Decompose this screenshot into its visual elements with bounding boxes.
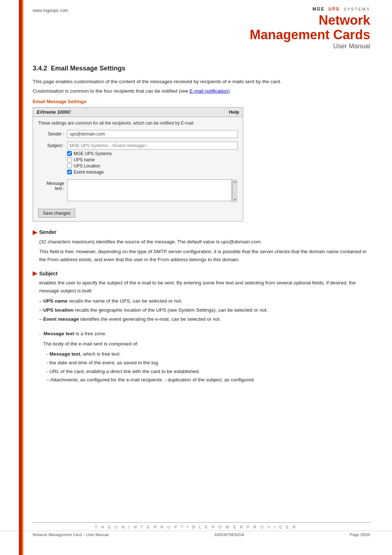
checkbox-evt-label: Event message [74,170,104,175]
subject-item-upslocation: – UPS location recalls the geographic lo… [39,306,370,315]
message-text-input[interactable] [67,179,232,201]
message-text-wrapper: ▲ ▼ [67,179,238,202]
scrollbar[interactable]: ▲ ▼ [232,179,238,202]
subject-input[interactable] [67,142,238,150]
intro-line1: This page enables customisation of the c… [33,78,370,85]
brand-name: MGE UPS SYSTEMS [250,7,370,12]
device-name: EXtreme 1000C [37,109,71,115]
help-link[interactable]: Help [229,109,239,115]
sender-desc-heading: ▶ Sender [33,229,370,236]
left-red-bar [19,0,22,555]
footer-right: Page 28/69 [350,532,370,537]
scroll-down-arrow[interactable]: ▼ [233,198,237,202]
subject-item-eventmessage: – Event message identifies the event gen… [39,315,370,324]
sender-field [67,130,238,138]
footer-center: 34003676EN/GA [214,532,244,537]
sender-input[interactable] [67,130,238,138]
subtitle: User Manual [250,42,370,50]
message-text-label: Message text : [38,179,67,191]
main-title: Network Management Cards [250,13,370,42]
footer-left: Network Management Card – User Manual [33,532,109,537]
checkbox-loc-row: UPS Location [67,163,238,169]
message-text-row: Message text : ▲ ▼ [38,179,238,202]
subject-desc-list: – UPS name recalls the name of the UPS, … [33,297,370,324]
footer: T H E U N I N T E R R U P T I B L E P O … [0,522,392,540]
subject-desc-para1: enables the user to specify the subject … [33,279,370,295]
brand-block: MGE UPS SYSTEMS Network Management Cards… [250,7,370,50]
footer-tagline: T H E U N I N T E R R U P T I B L E P O … [0,523,392,531]
ui-box-header: EXtreme 1000C Help [33,108,243,117]
section-title: Email Message Settings [51,65,125,72]
message-text-intro: - Message text is a free zone. [39,330,370,338]
website-label: www.mgeups.com [33,8,68,13]
email-settings-box: EXtreme 1000C Help These settings are co… [33,107,243,222]
checkbox-mge[interactable] [67,151,72,156]
subject-item-upsname: – UPS name recalls the name of the UPS, … [39,297,370,305]
left-orange-bar [22,0,23,555]
settings-label: Email Message Settings [33,99,370,104]
checkbox-loc-label: UPS Location [74,163,100,169]
section-heading: 3.4.2 Email Message Settings [33,65,370,72]
checkbox-ups-row: UPS name [67,157,238,162]
message-item-datetime: - the date and time of the event, as sav… [46,359,370,367]
subject-field: MGE UPS Systems UPS name UPS Location [67,142,238,176]
email-notification-link[interactable]: E-mail notification [189,88,228,94]
checkbox-evt[interactable] [67,170,72,174]
sender-label: Sender : [38,130,67,137]
sender-desc-para1: (32 characters maximum) identifies the s… [33,238,370,246]
message-text-desc-section: - Message text is a free zone. The body … [33,330,370,384]
sender-bullet: ▶ [33,229,37,236]
brand-ups: UPS [328,7,340,12]
subject-label: Subject : [38,142,67,148]
checkbox-loc[interactable] [67,163,72,168]
message-item-attachments: – Attachments, as configured for the e-m… [46,376,370,384]
page-header: www.mgeups.com MGE UPS SYSTEMS Network M… [0,0,392,54]
main-content: 3.4.2 Email Message Settings This page e… [0,54,392,413]
checkbox-evt-row: Event message [67,170,238,175]
sender-row: Sender : [38,130,238,138]
message-sub-list: - Message text, which is free text. - th… [39,350,370,385]
save-button[interactable]: Save changes [38,209,75,218]
checkbox-ups-label: UPS name [74,157,95,162]
checkbox-mge-label: MGE UPS Systems [74,151,112,156]
brand-mge: MGE [313,7,324,12]
footer-bottom: Network Management Card – User Manual 34… [0,531,392,540]
section-number: 3.4.2 [33,65,47,72]
message-body-label: The body of the e-mail sent is composed … [39,340,370,348]
subject-bullet: ▶ [33,270,37,277]
ui-box-description: These settings are common for all the re… [38,121,238,126]
message-item-url: - URL of the card, enabling a direct lin… [46,368,370,376]
subject-row: Subject : MGE UPS Systems UPS name [38,142,238,176]
subject-desc-section: ▶ Subject enables the user to specify th… [33,270,370,323]
checkbox-mge-row: MGE UPS Systems [67,151,238,156]
sender-desc-section: ▶ Sender (32 characters maximum) identif… [33,229,370,264]
checkbox-ups[interactable] [67,157,72,162]
message-item-text: - Message text, which is free text. [46,350,370,358]
ui-box-body: These settings are common for all the re… [33,117,243,221]
subject-desc-heading: ▶ Subject [33,270,370,277]
scroll-up-arrow[interactable]: ▲ [233,179,237,184]
intro-line2: Customisation is common to the four reci… [33,88,370,95]
brand-systems: SYSTEMS [343,7,370,11]
sender-desc-para2: This field is free. However, depending o… [33,248,370,263]
